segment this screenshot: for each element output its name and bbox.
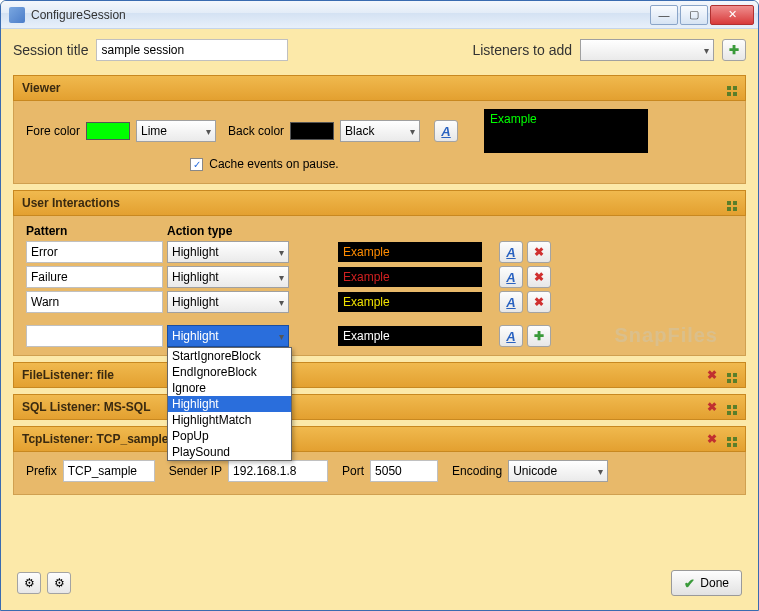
listeners-label: Listeners to add	[472, 42, 572, 58]
gear-icon: ⚙	[24, 576, 35, 590]
table-row: Failure Highlight Example	[26, 266, 733, 288]
collapse-grip-icon[interactable]	[727, 405, 737, 409]
collapse-grip-icon[interactable]	[727, 437, 737, 441]
back-color-select[interactable]: Black	[340, 120, 420, 142]
tcp-listener-header[interactable]: TcpListener: TCP_sample ✖	[13, 426, 746, 452]
new-row: Highlight Example StartIgnoreBlock EndIg…	[26, 325, 733, 347]
dropdown-option[interactable]: StartIgnoreBlock	[168, 348, 291, 364]
fore-color-label: Fore color	[26, 124, 80, 138]
tcp-body: Prefix TCP_sample Sender IP 192.168.1.8 …	[13, 452, 746, 495]
cache-label: Cache events on pause.	[209, 157, 338, 171]
action-select-open[interactable]: Highlight	[167, 325, 289, 347]
minimize-button[interactable]: —	[650, 5, 678, 25]
col-pattern: Pattern	[26, 224, 163, 238]
table-row: Error Highlight Example	[26, 241, 733, 263]
font-button[interactable]	[499, 241, 523, 263]
collapse-grip-icon[interactable]	[727, 86, 737, 90]
session-top-row: Session title sample session Listeners t…	[13, 39, 746, 61]
example-preview: Example	[338, 267, 482, 287]
titlebar[interactable]: ConfigureSession — ▢ ✕	[1, 1, 758, 29]
viewer-panel: Viewer Fore color Lime Back color Black …	[13, 75, 746, 184]
footer: ⚙ ⚙ Done	[13, 562, 746, 598]
window: ConfigureSession — ▢ ✕ SnapFiles Session…	[0, 0, 759, 611]
example-preview: Example	[338, 292, 482, 312]
file-listener-header[interactable]: FileListener: file ✖	[13, 362, 746, 388]
sender-ip-label: Sender IP	[169, 464, 222, 478]
delete-listener-button[interactable]: ✖	[703, 432, 721, 446]
fore-color-select[interactable]: Lime	[136, 120, 216, 142]
close-button[interactable]: ✕	[710, 5, 754, 25]
delete-listener-button[interactable]: ✖	[703, 400, 721, 414]
viewer-header[interactable]: Viewer	[13, 75, 746, 101]
dropdown-option[interactable]: Highlight	[168, 396, 291, 412]
back-color-swatch[interactable]	[290, 122, 334, 140]
window-controls: — ▢ ✕	[648, 5, 754, 25]
table-row: Warn Highlight Example	[26, 291, 733, 313]
maximize-button[interactable]: ▢	[680, 5, 708, 25]
viewer-preview: Example	[484, 109, 648, 153]
pattern-input[interactable]: Error	[26, 241, 163, 263]
action-select[interactable]: Highlight	[167, 291, 289, 313]
delete-row-button[interactable]	[527, 291, 551, 313]
sender-ip-input[interactable]: 192.168.1.8	[228, 460, 328, 482]
font-button[interactable]	[434, 120, 458, 142]
user-interactions-panel: User Interactions Pattern Action type Er…	[13, 190, 746, 356]
example-preview: Example	[338, 326, 482, 346]
action-select[interactable]: Highlight	[167, 241, 289, 263]
sql-listener-header[interactable]: SQL Listener: MS-SQL ✖	[13, 394, 746, 420]
font-button[interactable]	[499, 266, 523, 288]
delete-listener-button[interactable]: ✖	[703, 368, 721, 382]
cache-checkbox[interactable]: ✓	[190, 158, 203, 171]
ui-header[interactable]: User Interactions	[13, 190, 746, 216]
delete-row-button[interactable]	[527, 266, 551, 288]
session-title-input[interactable]: sample session	[96, 39, 288, 61]
window-title: ConfigureSession	[31, 8, 648, 22]
config-button-2[interactable]: ⚙	[47, 572, 71, 594]
example-preview: Example	[338, 242, 482, 262]
gear-icon: ⚙	[54, 576, 65, 590]
session-title-label: Session title	[13, 42, 88, 58]
dropdown-option[interactable]: PlaySound	[168, 444, 291, 460]
delete-row-button[interactable]	[527, 241, 551, 263]
dropdown-option[interactable]: EndIgnoreBlock	[168, 364, 291, 380]
tcp-listener-panel: TcpListener: TCP_sample ✖ Prefix TCP_sam…	[13, 426, 746, 495]
pattern-input[interactable]	[26, 325, 163, 347]
encoding-label: Encoding	[452, 464, 502, 478]
col-action: Action type	[167, 224, 327, 238]
config-button-1[interactable]: ⚙	[17, 572, 41, 594]
font-button[interactable]	[499, 291, 523, 313]
listeners-select[interactable]	[580, 39, 714, 61]
collapse-grip-icon[interactable]	[727, 201, 737, 205]
app-icon	[9, 7, 25, 23]
port-input[interactable]: 5050	[370, 460, 438, 482]
prefix-label: Prefix	[26, 464, 57, 478]
ui-body: Pattern Action type Error Highlight Exam…	[13, 216, 746, 356]
encoding-select[interactable]: Unicode	[508, 460, 608, 482]
add-row-button[interactable]	[527, 325, 551, 347]
fore-color-swatch[interactable]	[86, 122, 130, 140]
content-area: SnapFiles Session title sample session L…	[1, 29, 758, 610]
action-dropdown-list[interactable]: StartIgnoreBlock EndIgnoreBlock Ignore H…	[167, 347, 292, 461]
dropdown-option[interactable]: HighlightMatch	[168, 412, 291, 428]
pattern-input[interactable]: Warn	[26, 291, 163, 313]
dropdown-option[interactable]: PopUp	[168, 428, 291, 444]
pattern-input[interactable]: Failure	[26, 266, 163, 288]
done-button[interactable]: Done	[671, 570, 742, 596]
font-button[interactable]	[499, 325, 523, 347]
add-listener-button[interactable]	[722, 39, 746, 61]
action-select[interactable]: Highlight	[167, 266, 289, 288]
dropdown-option[interactable]: Ignore	[168, 380, 291, 396]
collapse-grip-icon[interactable]	[727, 373, 737, 377]
port-label: Port	[342, 464, 364, 478]
viewer-body: Fore color Lime Back color Black Example…	[13, 101, 746, 184]
back-color-label: Back color	[228, 124, 284, 138]
prefix-input[interactable]: TCP_sample	[63, 460, 155, 482]
